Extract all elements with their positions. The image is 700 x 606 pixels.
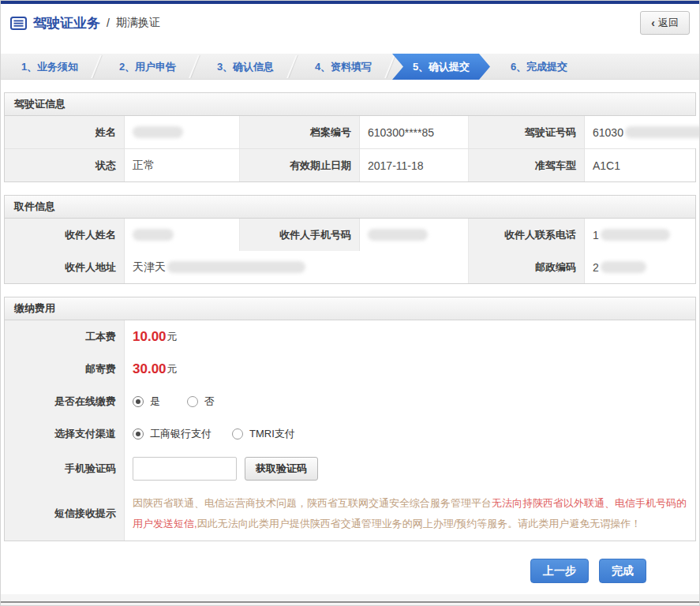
list-icon <box>10 17 27 30</box>
step-label: 5、确认提交 <box>413 60 470 74</box>
page-header: 驾驶证业务 / 期满换证 ‹ 返回 <box>1 4 699 42</box>
step-tab-2: 2、用户申告 <box>99 54 197 80</box>
step-tab-6: 6、完成提交 <box>490 54 588 80</box>
field-payment-channel: 工商银行支付 TMRI支付 <box>125 417 695 450</box>
field-label: 收件人姓名 <box>5 219 125 251</box>
chevron-left-icon: ‹ <box>651 17 655 29</box>
field-label: 是否在线缴费 <box>5 385 125 417</box>
sms-code-input[interactable] <box>133 457 237 481</box>
redacted-value <box>601 261 646 273</box>
wizard-steps: 1、业务须知 2、用户申告 3、确认信息 4、资料填写 5、确认提交 6、完成提… <box>1 54 699 80</box>
bottom-strip <box>1 594 699 605</box>
field-label: 手机验证码 <box>5 450 125 487</box>
section-title: 取件信息 <box>4 195 696 219</box>
field-value-license-number: 61030 <box>585 116 700 148</box>
step-label: 2、用户申告 <box>119 60 176 74</box>
field-label: 收件人联系电话 <box>469 219 585 251</box>
radio-label: 否 <box>204 395 215 409</box>
radio-unchecked-icon[interactable] <box>232 428 243 440</box>
radio-checked-icon[interactable] <box>133 428 144 440</box>
section-title: 驾驶证信息 <box>4 92 696 116</box>
fee-amount: 10.00 <box>133 329 167 345</box>
table-row: 是否在线缴费 是 否 <box>5 385 695 417</box>
table-row: 手机验证码 获取验证码 <box>5 450 695 487</box>
field-value-recipient-phone: 1 <box>585 219 695 251</box>
radio-unchecked-icon[interactable] <box>187 396 198 407</box>
section-title: 缴纳费用 <box>4 297 696 320</box>
redacted-value <box>368 229 428 241</box>
footer-divider-bar <box>1 601 699 603</box>
partial-value: 2 <box>593 261 599 274</box>
radio-option-yes[interactable]: 是 <box>133 395 160 409</box>
field-value-recipient-mobile <box>360 219 469 251</box>
field-value-vehicle-class: A1C1 <box>585 149 695 181</box>
field-value-postage-fee: 30.00元 <box>125 353 695 385</box>
field-label: 短信接收提示 <box>5 487 125 541</box>
section-license-info: 驾驶证信息 姓名 档案编号 610300****85 驾驶证号码 61030 状… <box>4 92 696 182</box>
back-button-label: 返回 <box>658 16 679 30</box>
table-row: 选择支付渠道 工商银行支付 TMRI支付 <box>5 417 695 450</box>
radio-label: TMRI支付 <box>249 427 295 441</box>
fee-amount: 30.00 <box>133 361 167 377</box>
field-label: 工本费 <box>5 320 125 353</box>
step-label: 6、完成提交 <box>511 60 567 74</box>
partial-value: 1 <box>593 229 599 241</box>
field-value-expiry-date: 2017-11-18 <box>360 149 469 181</box>
table-row: 邮寄费 30.00元 <box>5 353 695 385</box>
step-tab-5-active: 5、确认提交 <box>392 54 490 80</box>
field-label: 驾驶证号码 <box>469 116 585 148</box>
redacted-value <box>133 126 183 138</box>
finish-button[interactable]: 完成 <box>599 559 646 583</box>
radio-label: 是 <box>150 395 160 409</box>
radio-checked-icon[interactable] <box>133 396 144 407</box>
field-label: 邮寄费 <box>5 353 125 385</box>
previous-step-button[interactable]: 上一步 <box>530 559 589 583</box>
step-tab-1: 1、业务须知 <box>1 54 99 80</box>
step-label: 4、资料填写 <box>315 60 372 74</box>
field-label: 有效期止日期 <box>240 149 360 181</box>
partial-value: 61030 <box>593 126 623 139</box>
field-sms-code: 获取验证码 <box>125 450 695 487</box>
field-label: 选择支付渠道 <box>5 417 125 450</box>
field-value-name <box>125 116 240 148</box>
field-value-recipient-name <box>125 219 240 251</box>
field-value-recipient-address: 天津天 <box>125 251 469 283</box>
back-button[interactable]: ‹ 返回 <box>640 11 690 35</box>
field-label: 档案编号 <box>240 116 360 148</box>
section-payment: 缴纳费用 工本费 10.00元 邮寄费 30.00元 是否在线缴费 是 <box>4 297 696 541</box>
field-label: 收件人地址 <box>5 251 125 283</box>
page-title: 驾驶证业务 <box>33 14 100 32</box>
redacted-value <box>133 229 174 241</box>
step-label: 3、确认信息 <box>217 60 274 74</box>
table-row: 工本费 10.00元 <box>5 320 695 353</box>
notice-text-normal: 因此无法向此类用户提供陕西省交通管理业务的网上办理/预约等服务。请此类用户避免无… <box>197 518 642 529</box>
field-sms-notice: 因陕西省联通、电信运营商技术问题，陕西省互联网交通安全综合服务管理平台无法向持陕… <box>125 487 695 541</box>
redacted-value <box>167 261 305 273</box>
table-row: 短信接收提示 因陕西省联通、电信运营商技术问题，陕西省互联网交通安全综合服务管理… <box>5 487 695 541</box>
radio-option-no[interactable]: 否 <box>187 395 215 409</box>
section-pickup-info: 取件信息 收件人姓名 收件人手机号码 收件人联系电话 1 收件人地址 天津天 邮… <box>4 195 696 284</box>
field-label: 准驾车型 <box>469 149 585 181</box>
notice-text-normal: 因陕西省联通、电信运营商技术问题，陕西省互联网交通安全综合服务管理平台 <box>133 497 492 509</box>
partial-value: 天津天 <box>133 260 166 275</box>
redacted-value <box>601 229 670 241</box>
steps-filler <box>588 54 699 79</box>
field-value-status: 正常 <box>125 149 240 181</box>
fee-unit: 元 <box>167 362 178 376</box>
radio-option-tmri[interactable]: TMRI支付 <box>232 427 295 441</box>
table-row: 状态 正常 有效期止日期 2017-11-18 准驾车型 A1C1 <box>5 148 695 181</box>
radio-label: 工商银行支付 <box>150 427 211 441</box>
redacted-value <box>625 126 700 138</box>
field-label: 姓名 <box>5 116 125 148</box>
breadcrumb-separator: / <box>107 17 110 29</box>
table-row: 姓名 档案编号 610300****85 驾驶证号码 61030 <box>5 116 695 148</box>
field-label: 状态 <box>5 149 125 181</box>
breadcrumb-current: 期满换证 <box>116 16 160 30</box>
get-code-button[interactable]: 获取验证码 <box>245 457 318 481</box>
step-label: 1、业务须知 <box>21 60 78 74</box>
field-label: 收件人手机号码 <box>240 219 360 251</box>
radio-option-icbc[interactable]: 工商银行支付 <box>133 427 211 441</box>
field-value-postal-code: 2 <box>585 251 695 283</box>
fee-unit: 元 <box>167 330 178 344</box>
table-row: 收件人地址 天津天 邮政编码 2 <box>5 251 695 283</box>
